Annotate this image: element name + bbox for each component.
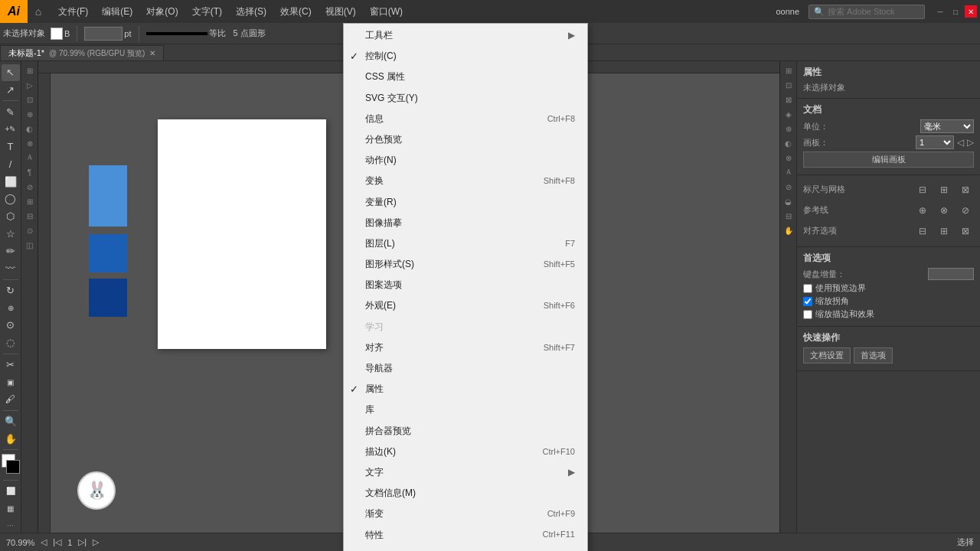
dropdown-overlay[interactable]: 工具栏▶✓控制(C)CSS 属性SVG 交互(Y)信息Ctrl+F8分色预览动作…: [0, 0, 980, 551]
menu-label-10: 图层(L): [365, 236, 395, 251]
menu-label-0: 工具栏: [365, 28, 393, 43]
dropdown-item-22[interactable]: 文档信息(M): [344, 483, 587, 504]
menu-label-14: 学习: [365, 320, 384, 334]
dropdown-item-19[interactable]: 拼合器预览: [344, 421, 587, 442]
dropdown-item-18[interactable]: 库: [344, 399, 587, 420]
menu-label-6: 动作(N): [365, 153, 397, 168]
menu-label-24: 特性: [365, 528, 384, 543]
menu-label-18: 库: [365, 403, 374, 417]
dropdown-item-23[interactable]: 渐变Ctrl+F9: [344, 504, 587, 524]
menu-shortcut-13: Shift+F6: [544, 299, 575, 313]
menu-label-3: SVG 交互(Y): [365, 91, 418, 106]
menu-label-17: 属性: [365, 382, 384, 396]
dropdown-item-12[interactable]: 图案选项: [344, 275, 587, 295]
dropdown-item-8[interactable]: 变量(R): [344, 192, 587, 213]
dropdown-item-16[interactable]: 导航器: [344, 358, 587, 379]
menu-shortcut-10: F7: [565, 237, 575, 251]
menu-shortcut-24: Ctrl+F11: [543, 528, 576, 542]
dropdown-item-2[interactable]: CSS 属性: [344, 67, 587, 87]
dropdown-item-20[interactable]: 描边(K)Ctrl+F10: [344, 442, 587, 462]
menu-label-8: 变量(R): [365, 195, 397, 210]
menu-check-1: ✓: [350, 48, 358, 64]
menu-arrow-0: ▶: [568, 28, 575, 43]
menu-label-12: 图案选项: [365, 278, 402, 292]
dropdown-item-1[interactable]: ✓控制(C): [344, 46, 587, 67]
menu-shortcut-23: Ctrl+F9: [547, 507, 575, 521]
dropdown-item-5[interactable]: 分色预览: [344, 129, 587, 150]
menu-label-16: 导航器: [365, 361, 393, 376]
menu-label-5: 分色预览: [365, 132, 402, 147]
dropdown-item-24[interactable]: 特性Ctrl+F11: [344, 525, 587, 546]
menu-label-15: 对齐: [365, 341, 384, 355]
dropdown-item-21[interactable]: 文字▶: [344, 462, 587, 483]
menu-label-7: 变换: [365, 174, 384, 188]
menu-check-17: ✓: [350, 381, 358, 397]
dropdown-item-13[interactable]: 外观(E)Shift+F6: [344, 295, 587, 316]
dropdown-item-4[interactable]: 信息Ctrl+F8: [344, 109, 587, 129]
menu-label-4: 信息: [365, 112, 384, 126]
dropdown-item-7[interactable]: 变换Shift+F8: [344, 171, 587, 191]
dropdown-item-15[interactable]: 对齐Shift+F7: [344, 337, 587, 358]
menu-arrow-21: ▶: [568, 465, 575, 480]
menu-label-9: 图像描摹: [365, 216, 402, 230]
menu-shortcut-20: Ctrl+F10: [543, 445, 576, 459]
dropdown-item-11[interactable]: 图形样式(S)Shift+F5: [344, 254, 587, 275]
dropdown-item-14[interactable]: 学习: [344, 317, 587, 337]
dropdown-item-17[interactable]: ✓属性: [344, 379, 587, 399]
dropdown-item-3[interactable]: SVG 交互(Y): [344, 88, 587, 109]
menu-label-20: 描边(K): [365, 445, 396, 459]
menu-shortcut-7: Shift+F8: [544, 174, 575, 188]
dropdown-item-6[interactable]: 动作(N): [344, 150, 587, 171]
menu-label-21: 文字: [365, 465, 384, 480]
menu-shortcut-4: Ctrl+F8: [547, 112, 575, 126]
menu-shortcut-11: Shift+F5: [544, 258, 575, 272]
dropdown-item-10[interactable]: 图层(L)F7: [344, 233, 587, 254]
menu-label-1: 控制(C): [365, 49, 397, 64]
dropdown-item-9[interactable]: 图像描摹: [344, 213, 587, 233]
menu-label-11: 图形样式(S): [365, 257, 414, 272]
menu-shortcut-15: Shift+F7: [544, 341, 575, 355]
menu-label-19: 拼合器预览: [365, 424, 411, 439]
window-menu-dropdown: 工具栏▶✓控制(C)CSS 属性SVG 交互(Y)信息Ctrl+F8分色预览动作…: [343, 23, 588, 551]
menu-label-13: 外观(E): [365, 298, 396, 313]
menu-label-2: CSS 属性: [365, 70, 405, 84]
dropdown-item-0[interactable]: 工具栏▶: [344, 25, 587, 46]
menu-label-22: 文档信息(M): [365, 486, 416, 500]
menu-label-23: 渐变: [365, 507, 384, 521]
dropdown-item-25[interactable]: 画板: [344, 546, 587, 551]
